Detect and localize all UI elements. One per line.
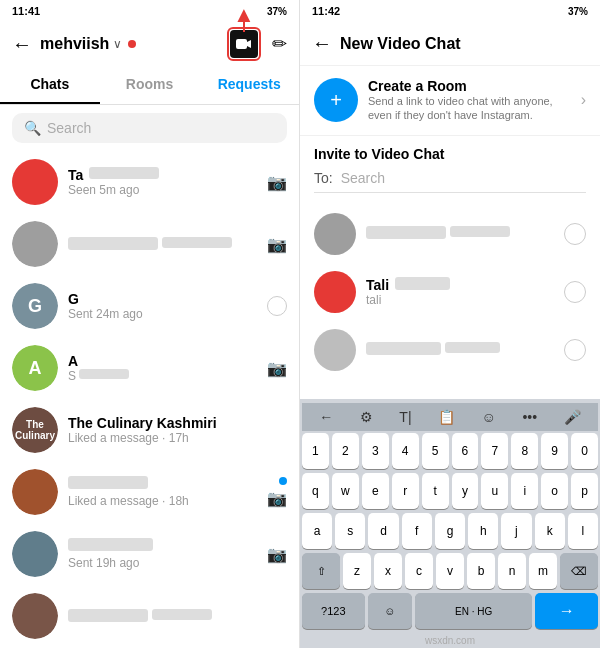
- contact-item[interactable]: [300, 205, 600, 263]
- chat-item[interactable]: Ta Seen 5m ago 📷: [0, 151, 299, 213]
- key-e[interactable]: e: [362, 473, 389, 509]
- username-area: mehviish ∨: [40, 35, 222, 53]
- chat-item[interactable]: Liked a message · 18h 📷: [0, 461, 299, 523]
- key-s[interactable]: s: [335, 513, 365, 549]
- key-p[interactable]: p: [571, 473, 598, 509]
- chat-info: [68, 233, 257, 255]
- chat-item[interactable]: The Culinary The Culinary Kashmiri Liked…: [0, 399, 299, 461]
- key-h[interactable]: h: [468, 513, 498, 549]
- key-y[interactable]: y: [452, 473, 479, 509]
- radio-button[interactable]: [564, 223, 586, 245]
- chat-item[interactable]: 📷: [0, 213, 299, 275]
- key-t[interactable]: t: [422, 473, 449, 509]
- toolbar-text-icon[interactable]: T|: [399, 409, 411, 425]
- key-v[interactable]: v: [436, 553, 464, 589]
- key-shift[interactable]: ⇧: [302, 553, 340, 589]
- key-9[interactable]: 9: [541, 433, 568, 469]
- chat-item[interactable]: Sent 19h ago 📷: [0, 523, 299, 585]
- toolbar-emoji-icon[interactable]: ☺: [482, 409, 496, 425]
- avatar: [12, 469, 58, 515]
- key-language[interactable]: EN · HG: [415, 593, 532, 629]
- chat-item[interactable]: G G Sent 24m ago: [0, 275, 299, 337]
- contact-info: Tali tali: [366, 277, 554, 307]
- key-q[interactable]: q: [302, 473, 329, 509]
- blurred-name: [68, 237, 158, 250]
- key-g[interactable]: g: [435, 513, 465, 549]
- tab-rooms[interactable]: Rooms: [100, 66, 200, 104]
- blurred-sub: [152, 609, 212, 620]
- camera-icon[interactable]: 📷: [267, 173, 287, 192]
- key-w[interactable]: w: [332, 473, 359, 509]
- create-room-section[interactable]: + Create a Room Send a link to video cha…: [300, 66, 600, 136]
- video-icon-wrapper[interactable]: ▲: [230, 30, 258, 58]
- key-d[interactable]: d: [368, 513, 398, 549]
- toolbar-back-icon[interactable]: ←: [319, 409, 333, 425]
- toolbar-clipboard-icon[interactable]: 📋: [438, 409, 455, 425]
- contact-item[interactable]: Tali tali: [300, 263, 600, 321]
- tab-chats[interactable]: Chats: [0, 66, 100, 104]
- chat-sub: Liked a message · 17h: [68, 431, 277, 445]
- key-j[interactable]: j: [501, 513, 531, 549]
- create-room-subtitle: Send a link to video chat with anyone, e…: [368, 94, 571, 123]
- toolbar-more-icon[interactable]: •••: [522, 409, 537, 425]
- key-a[interactable]: a: [302, 513, 332, 549]
- radio-button[interactable]: [564, 339, 586, 361]
- camera-icon[interactable]: 📷: [267, 489, 287, 508]
- right-battery: 37%: [568, 6, 588, 17]
- key-z[interactable]: z: [343, 553, 371, 589]
- key-i[interactable]: i: [511, 473, 538, 509]
- key-r[interactable]: r: [392, 473, 419, 509]
- chat-item[interactable]: A A S 📷: [0, 337, 299, 399]
- radio-button[interactable]: [564, 281, 586, 303]
- key-x[interactable]: x: [374, 553, 402, 589]
- chat-name: Ta: [68, 167, 257, 183]
- toolbar-gear-icon[interactable]: ⚙: [360, 409, 373, 425]
- key-o[interactable]: o: [541, 473, 568, 509]
- to-label: To:: [314, 170, 333, 186]
- camera-icon[interactable]: 📷: [267, 359, 287, 378]
- search-bar[interactable]: 🔍 Search: [12, 113, 287, 143]
- camera-icon[interactable]: 📷: [267, 235, 287, 254]
- key-c[interactable]: c: [405, 553, 433, 589]
- camera-icon[interactable]: 📷: [267, 545, 287, 564]
- key-n[interactable]: n: [498, 553, 526, 589]
- key-4[interactable]: 4: [392, 433, 419, 469]
- key-8[interactable]: 8: [511, 433, 538, 469]
- key-0[interactable]: 0: [571, 433, 598, 469]
- key-5[interactable]: 5: [422, 433, 449, 469]
- back-arrow-icon[interactable]: ←: [12, 33, 32, 56]
- tab-requests[interactable]: Requests: [199, 66, 299, 104]
- back-arrow-right-icon[interactable]: ←: [312, 32, 332, 55]
- key-3[interactable]: 3: [362, 433, 389, 469]
- edit-icon[interactable]: ✏: [272, 33, 287, 55]
- to-field: To: Search: [314, 170, 586, 193]
- key-numbers[interactable]: ?123: [302, 593, 365, 629]
- key-1[interactable]: 1: [302, 433, 329, 469]
- key-send[interactable]: →: [535, 593, 598, 629]
- key-emoji[interactable]: ☺: [368, 593, 412, 629]
- chevron-down-icon[interactable]: ∨: [113, 37, 122, 51]
- key-m[interactable]: m: [529, 553, 557, 589]
- key-l[interactable]: l: [568, 513, 598, 549]
- watermark: wsxdn.com: [302, 633, 598, 648]
- video-chat-icon[interactable]: [230, 30, 258, 58]
- keyboard-toolbar: ← ⚙ T| 📋 ☺ ••• 🎤: [302, 403, 598, 431]
- key-backspace[interactable]: ⌫: [560, 553, 598, 589]
- contact-item[interactable]: [300, 321, 600, 379]
- avatar: [314, 271, 356, 313]
- toolbar-mic-icon[interactable]: 🎤: [564, 409, 581, 425]
- chat-name: A: [68, 353, 257, 369]
- search-input[interactable]: Search: [341, 170, 385, 186]
- chat-name: G: [68, 291, 257, 307]
- blurred-name: [366, 226, 446, 239]
- key-2[interactable]: 2: [332, 433, 359, 469]
- key-f[interactable]: f: [402, 513, 432, 549]
- key-b[interactable]: b: [467, 553, 495, 589]
- key-k[interactable]: k: [535, 513, 565, 549]
- chat-sub: Liked a message · 18h: [68, 494, 257, 508]
- key-u[interactable]: u: [481, 473, 508, 509]
- key-6[interactable]: 6: [452, 433, 479, 469]
- panel-title: New Video Chat: [340, 35, 461, 53]
- chat-item[interactable]: [0, 585, 299, 647]
- key-7[interactable]: 7: [481, 433, 508, 469]
